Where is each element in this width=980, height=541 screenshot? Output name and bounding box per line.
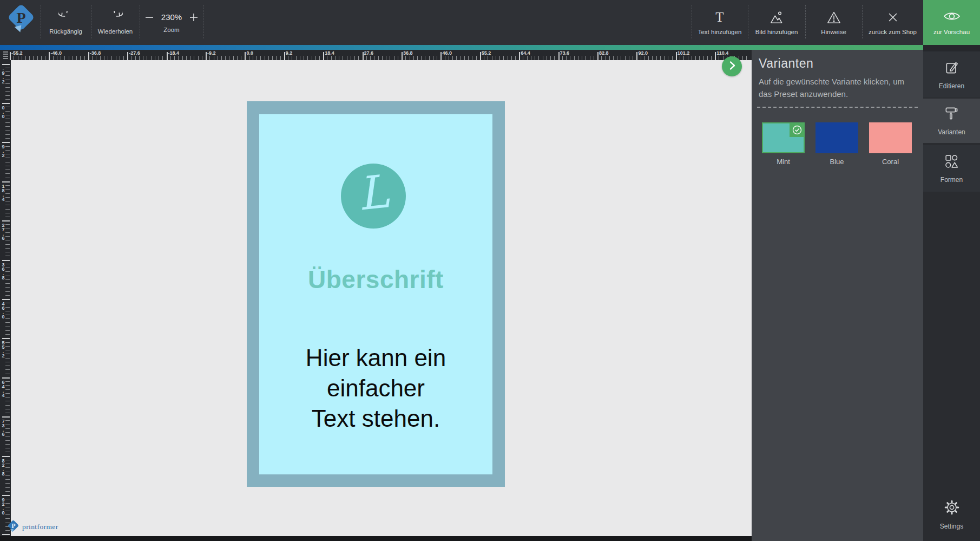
sidebar-item-edit[interactable]: Editieren xyxy=(923,51,980,97)
paint-roller-icon xyxy=(943,106,961,123)
back-to-shop-button[interactable]: zurück zum Shop xyxy=(863,0,923,45)
ruler-tick xyxy=(335,56,336,60)
undo-button[interactable]: Rückgängig xyxy=(41,0,90,45)
ruler-tick xyxy=(597,52,598,60)
ruler-tick xyxy=(386,56,386,60)
ruler-tick xyxy=(499,56,500,60)
ruler-tick xyxy=(96,56,96,60)
ruler-tick xyxy=(5,318,10,319)
ruler-tick xyxy=(5,334,10,335)
ruler-tick xyxy=(5,369,10,370)
variant-swatches: Mint Blue Coral xyxy=(762,122,912,166)
hints-button[interactable]: Hinweise xyxy=(806,0,861,45)
sidebar-item-label: Settings xyxy=(940,523,963,530)
check-circle-icon xyxy=(791,124,803,136)
variant-mint-swatch[interactable] xyxy=(762,122,805,153)
zoom-in-button[interactable] xyxy=(189,12,199,22)
card-heading-text[interactable]: Überschrift xyxy=(247,265,505,295)
add-image-button[interactable]: Bild hinzufügen xyxy=(748,0,805,45)
printformer-logo-icon[interactable]: P xyxy=(6,4,36,34)
ruler-tick xyxy=(108,56,108,60)
ruler-label: 92.0 xyxy=(638,50,648,56)
ruler-tick xyxy=(49,52,50,60)
ruler-tick xyxy=(33,56,34,60)
footer-brand[interactable]: P printformer xyxy=(8,520,58,533)
ruler-tick xyxy=(5,173,10,174)
ruler-tick xyxy=(5,472,10,472)
ruler-tick xyxy=(503,56,504,60)
ruler-tick xyxy=(327,56,327,60)
ruler-tick xyxy=(570,56,570,60)
ruler-tick xyxy=(300,56,300,60)
ruler-tick xyxy=(5,115,10,115)
ruler-tick xyxy=(147,56,147,60)
ruler-tick xyxy=(5,303,10,303)
ruler-tick xyxy=(484,56,484,60)
ruler-tick xyxy=(405,56,406,60)
ruler-tick xyxy=(5,119,10,119)
preview-button[interactable]: zur Vorschau xyxy=(923,0,980,45)
ruler-tick xyxy=(440,52,442,60)
card-logo-circle[interactable]: L xyxy=(341,164,406,229)
ruler-label: 55.2 xyxy=(482,50,491,56)
ruler-tick xyxy=(190,56,190,60)
ruler-tick xyxy=(5,71,10,72)
collapse-panel-button[interactable] xyxy=(722,56,742,76)
ruler-tick xyxy=(5,95,10,96)
ruler-tick xyxy=(5,268,10,268)
ruler-label: 27.6 xyxy=(1,223,6,240)
zoom-out-button[interactable] xyxy=(144,12,154,22)
ruler-tick xyxy=(683,56,684,60)
ruler-tick xyxy=(664,56,665,60)
sidebar-item-variants[interactable]: Varianten xyxy=(923,99,980,143)
ruler-tick xyxy=(519,52,520,60)
variant-blue-swatch[interactable] xyxy=(815,122,858,153)
ruler-tick xyxy=(5,138,10,139)
ruler-tick xyxy=(558,52,560,60)
sidebar-item-settings[interactable]: Settings xyxy=(923,490,980,539)
ruler-tick xyxy=(695,56,696,60)
ruler-tick xyxy=(343,56,343,60)
card-body-text[interactable]: Hier kann ein einfacher Text stehen. xyxy=(247,343,505,434)
ruler-tick xyxy=(711,56,712,60)
add-text-button[interactable]: T Text hinzufügen xyxy=(692,0,747,45)
ruler-tick xyxy=(80,56,81,60)
ruler-tick xyxy=(268,56,269,60)
ruler-label: 73.6 xyxy=(1,419,6,436)
add-text-label: Text hinzufügen xyxy=(698,29,742,35)
variant-coral-swatch[interactable] xyxy=(869,122,912,153)
ruler-tick xyxy=(5,315,10,315)
ruler-label: 36.8 xyxy=(1,262,6,279)
right-sidebar: zur Vorschau Editieren Variante xyxy=(923,0,980,541)
warning-icon xyxy=(826,10,841,24)
toolbar-separator xyxy=(203,5,203,38)
ruler-tick xyxy=(5,405,10,406)
card-logo-letter: L xyxy=(356,168,391,223)
ruler-tick xyxy=(315,56,316,60)
ruler-tick xyxy=(468,56,469,60)
ruler-tick xyxy=(339,56,339,60)
ruler-tick xyxy=(433,56,433,60)
ruler-tick xyxy=(5,217,10,217)
ruler-tick xyxy=(692,56,692,60)
ruler-tick xyxy=(178,56,179,60)
redo-button[interactable]: Wiederholen xyxy=(91,0,139,45)
ruler-tick xyxy=(2,103,10,104)
ruler-tick xyxy=(5,122,10,123)
ruler-tick xyxy=(120,56,120,60)
ruler-tick xyxy=(496,56,496,60)
sidebar-item-shapes[interactable]: Formen xyxy=(923,145,980,192)
ruler-tick xyxy=(280,56,281,60)
ruler-tick xyxy=(2,338,10,339)
ruler-tick xyxy=(174,56,175,60)
ruler-tick xyxy=(5,146,10,147)
ruler-tick xyxy=(249,56,249,60)
ruler-tick xyxy=(5,358,10,359)
ruler-tick xyxy=(5,483,10,484)
add-image-label: Bild hinzufügen xyxy=(755,29,798,35)
ruler-tick xyxy=(574,56,575,60)
ruler-tick xyxy=(5,193,10,194)
ruler-tick xyxy=(272,56,273,60)
ruler-tick xyxy=(202,56,202,60)
ruler-tick xyxy=(5,428,10,429)
